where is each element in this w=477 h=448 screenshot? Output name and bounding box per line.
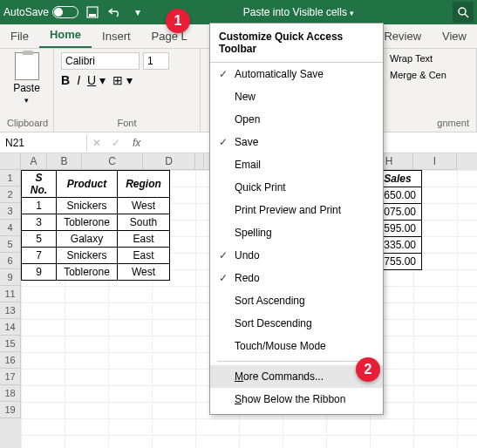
callout-1: 1 [166, 9, 190, 33]
alignment-label: gnment [375, 118, 469, 128]
dropdown-item[interactable]: Spelling [210, 221, 383, 244]
toggle-off-icon[interactable] [52, 6, 78, 18]
row-header[interactable]: 9 [0, 269, 21, 286]
search-button[interactable] [453, 2, 474, 23]
row-header[interactable]: 14 [0, 319, 21, 336]
chevron-down-icon[interactable]: ▾ [131, 5, 145, 19]
row-header[interactable]: 5 [0, 236, 21, 253]
dropdown-item[interactable]: New [210, 85, 383, 108]
font-name-input[interactable] [61, 52, 140, 70]
tab-view[interactable]: View [432, 26, 477, 48]
row-header[interactable]: 6 [0, 253, 21, 269]
autosave-toggle[interactable]: AutoSave [3, 6, 78, 18]
clipboard-icon [15, 52, 39, 80]
wrap-text-button[interactable]: ↩ Wrap Text [375, 52, 469, 64]
fx-icon[interactable]: fx [126, 137, 147, 149]
col-header[interactable]: I [413, 153, 457, 170]
dropdown-item[interactable]: Automatically Save [210, 63, 383, 85]
table-row[interactable]: 7SnickersEast [22, 248, 170, 264]
row-header[interactable]: 15 [0, 336, 21, 352]
clipboard-group: Paste ▾ Clipboard [0, 49, 54, 132]
border-button[interactable]: ⊞ ▾ [112, 73, 133, 87]
dropdown-item[interactable]: Sort Ascending [210, 289, 383, 312]
row-header[interactable]: 16 [0, 352, 21, 369]
font-label: Font [61, 118, 193, 128]
dropdown-item[interactable]: Touch/Mouse Mode [210, 335, 383, 357]
undo-icon[interactable] [108, 5, 122, 19]
svg-point-2 [459, 8, 466, 15]
row-header[interactable]: 3 [0, 203, 21, 220]
bold-button[interactable]: B [61, 73, 70, 87]
svg-rect-1 [89, 14, 96, 17]
fx-cancel-icon[interactable]: ✕ [87, 137, 106, 149]
merge-center-button[interactable]: ⊟ Merge & Cen [375, 69, 469, 80]
font-group: B I U ▾ ⊞ ▾ Font [54, 49, 201, 132]
tab-home[interactable]: Home [39, 24, 92, 48]
dropdown-item[interactable]: Quick Print [210, 176, 383, 199]
dropdown-item[interactable]: Redo [210, 267, 383, 289]
table-header-row: S No. Product Region [22, 171, 170, 198]
dropdown-item[interactable]: Save [210, 131, 383, 153]
dropdown-title: Customize Quick Access Toolbar [210, 24, 383, 63]
dropdown-item[interactable]: Open [210, 108, 383, 131]
header-sno: S No. [22, 171, 57, 198]
name-box[interactable] [0, 135, 87, 151]
row-header[interactable]: 19 [0, 402, 21, 418]
tab-file[interactable]: File [0, 26, 39, 48]
qat-dropdown: Customize Quick Access Toolbar Automatic… [209, 23, 384, 415]
clipboard-label: Clipboard [7, 118, 46, 128]
font-size-input[interactable] [143, 52, 169, 70]
dropdown-item[interactable]: Undo [210, 244, 383, 267]
row-header[interactable]: 13 [0, 302, 21, 319]
table-row[interactable]: 5GalaxyEast [22, 231, 170, 248]
dropdown-item[interactable]: Email [210, 153, 383, 176]
col-header[interactable]: C [82, 153, 143, 170]
dropdown-separator [217, 361, 376, 362]
col-header[interactable] [195, 153, 204, 170]
row-header[interactable]: 4 [0, 220, 21, 236]
row-header[interactable]: 2 [0, 187, 21, 203]
col-header[interactable] [0, 153, 21, 170]
underline-button[interactable]: U ▾ [87, 73, 106, 87]
row-header[interactable]: 1 [0, 170, 21, 187]
table-row[interactable]: 3TobleroneSouth [22, 214, 170, 231]
header-product: Product [57, 171, 118, 198]
dropdown-item[interactable]: Print Preview and Print [210, 199, 383, 221]
autosave-label: AutoSave [3, 6, 49, 18]
col-header[interactable]: B [47, 153, 82, 170]
title-bar: AutoSave ▾ Paste into Visible cells ▾ [0, 0, 477, 24]
row-header[interactable]: 11 [0, 286, 21, 302]
col-header[interactable]: A [21, 153, 47, 170]
svg-line-3 [465, 14, 468, 17]
save-icon[interactable] [85, 5, 99, 19]
row-header[interactable]: 17 [0, 369, 21, 385]
tab-insert[interactable]: Insert [92, 26, 141, 48]
window-title: Paste into Visible cells ▾ [145, 6, 453, 18]
fx-enter-icon[interactable]: ✓ [106, 137, 126, 149]
paste-button[interactable]: Paste ▾ [7, 52, 46, 105]
show-below-ribbon-item[interactable]: Show Below the Ribbon [210, 388, 383, 411]
row-header[interactable]: 18 [0, 385, 21, 402]
header-region: Region [118, 171, 170, 198]
table-row[interactable]: 1SnickersWest [22, 198, 170, 214]
table-row[interactable]: 9TobleroneWest [22, 264, 170, 281]
row-headers[interactable]: 12345691113141516171819 [0, 170, 21, 448]
callout-2: 2 [356, 357, 380, 382]
dropdown-item[interactable]: Sort Descending [210, 312, 383, 335]
italic-button[interactable]: I [77, 73, 80, 87]
quick-access-toolbar: ▾ [85, 5, 145, 19]
data-table[interactable]: S No. Product Region 1SnickersWest3Toble… [21, 170, 170, 281]
col-header[interactable]: D [143, 153, 195, 170]
